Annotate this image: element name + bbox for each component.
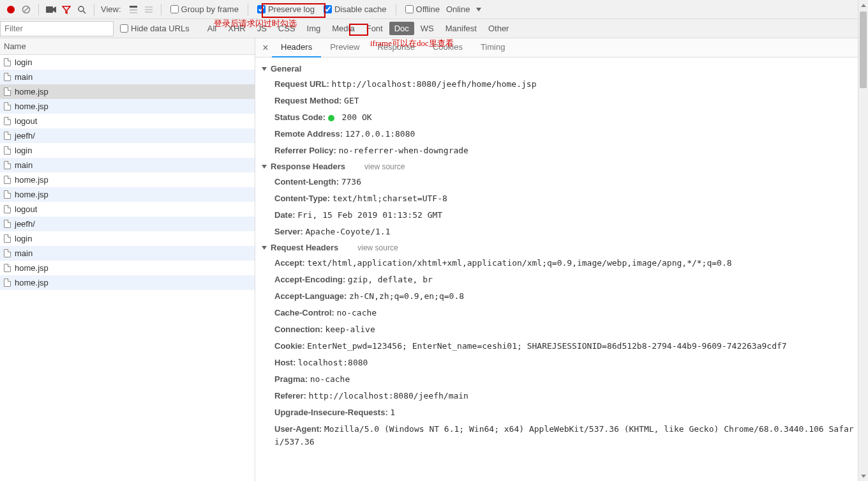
request-row[interactable]: home.jsp [0,172,255,187]
record-icon[interactable] [5,4,17,15]
header-value: gzip, deflate, br [348,275,433,284]
header-key: Request URL: [274,79,329,89]
type-filter-doc[interactable]: Doc [389,22,414,35]
tab-preview[interactable]: Preview [321,38,368,57]
request-name: logout [15,116,37,126]
request-name: jeefh/ [15,131,35,141]
header-value: Fri, 15 Feb 2019 01:13:52 GMT [297,210,442,220]
scroll-up-icon[interactable] [858,0,868,10]
scrollbar-thumb[interactable] [860,11,867,88]
request-row[interactable]: jeefh/ [0,128,255,143]
request-name: main [15,72,33,82]
filter-icon[interactable] [61,4,72,15]
type-filter-img[interactable]: Img [302,22,326,35]
type-filter-font[interactable]: Font [361,22,388,35]
request-row[interactable]: jeefh/ [0,217,255,231]
clear-icon[interactable] [20,4,32,15]
header-value: zh-CN,zh;q=0.9,en;q=0.8 [349,291,464,301]
header-row: Pragma: no-cache [255,371,868,388]
request-row[interactable]: home.jsp [0,99,255,114]
disable-cache-checkbox[interactable]: Disable cache [324,4,387,14]
request-row[interactable]: login [0,143,255,158]
offline-checkbox[interactable]: Offline [405,4,440,14]
type-filter-other[interactable]: Other [483,22,514,35]
scroll-down-icon[interactable] [858,471,868,481]
svg-rect-12 [145,9,153,10]
request-row[interactable]: home.jsp [0,275,255,290]
filter-input[interactable] [0,21,114,36]
tab-headers[interactable]: Headers [272,38,321,57]
header-key: User-Agent: [274,424,322,434]
view-large-icon[interactable] [128,4,139,15]
header-key: Referer: [274,391,306,401]
request-row[interactable]: logout [0,202,255,217]
header-row: Accept-Encoding: gzip, deflate, br [255,271,868,288]
header-row: Date: Fri, 15 Feb 2019 01:13:52 GMT [255,207,868,224]
type-filter-media[interactable]: Media [327,22,359,35]
request-row[interactable]: home.jsp [0,187,255,202]
header-key: Host: [274,358,296,367]
headers-pane: GeneralRequest URL: http://localhost:808… [255,57,868,481]
header-key: Server: [274,227,303,236]
throttle-dropdown[interactable]: Online [446,4,482,14]
view-small-icon[interactable] [143,4,154,15]
header-value: http://localhost:8080/jeefh/main [308,391,468,401]
header-value: 7736 [341,177,361,187]
tab-timing[interactable]: Timing [472,38,514,57]
section-header[interactable]: General [255,61,868,76]
header-row: Cache-Control: no-cache [255,305,868,321]
hide-data-urls-checkbox[interactable]: Hide data URLs [120,24,190,33]
request-row[interactable]: home.jsp [0,84,255,99]
section-header[interactable]: Response Headersview source [255,159,868,174]
request-row[interactable]: login [0,231,255,246]
header-key: Cookie: [274,341,305,351]
request-row[interactable]: main [0,158,255,172]
file-icon [4,117,11,125]
view-source-link[interactable]: view source [357,243,398,252]
group-by-frame-checkbox[interactable]: Group by frame [170,4,239,14]
triangle-down-icon [262,246,267,250]
request-name: home.jsp [15,102,49,111]
view-source-link[interactable]: view source [364,162,405,171]
request-row[interactable]: main [0,246,255,261]
svg-line-7 [83,11,86,13]
request-row[interactable]: home.jsp [0,261,255,275]
header-key: Content-Length: [274,177,339,187]
request-name: login [15,234,32,243]
request-name: home.jsp [15,190,49,199]
header-row: Content-Type: text/html;charset=UTF-8 [255,190,868,207]
type-filter-ws[interactable]: WS [415,22,439,35]
header-key: Connection: [274,324,323,334]
header-key: Content-Type: [274,194,330,203]
preserve-log-checkbox[interactable]: Preserve log [257,4,315,14]
request-name: home.jsp [15,175,49,185]
svg-rect-9 [130,9,137,11]
svg-rect-13 [145,11,153,13]
section-header[interactable]: Request Headersview source [255,240,868,255]
header-row: Content-Length: 7736 [255,174,868,190]
file-icon [4,205,11,213]
header-value: no-referrer-when-downgrade [338,146,468,155]
details-panel: × HeadersPreviewResponseCookiesTiming Ge… [255,38,868,481]
type-filter-manifest[interactable]: Manifest [440,22,482,35]
triangle-down-icon [262,67,267,71]
camera-icon[interactable] [45,4,57,15]
request-name: home.jsp [15,87,49,96]
request-row[interactable]: login [0,55,255,70]
svg-rect-10 [130,12,137,13]
request-name: home.jsp [15,263,49,273]
close-icon[interactable]: × [259,42,272,54]
header-row: Upgrade-Insecure-Requests: 1 [255,404,868,421]
header-key: Pragma: [274,374,308,384]
request-row[interactable]: logout [0,114,255,128]
file-icon [4,264,11,272]
chevron-down-icon [476,8,481,11]
search-icon[interactable] [76,4,87,15]
header-value: Apache-Coyote/1.1 [305,227,390,236]
scrollbar[interactable] [858,0,868,481]
annotation-text-1: 登录后请求闪过时勾选 [214,18,297,29]
header-row: User-Agent: Mozilla/5.0 (Windows NT 6.1;… [255,421,868,450]
file-icon [4,234,11,243]
name-column-header[interactable]: Name [0,38,255,55]
request-row[interactable]: main [0,70,255,84]
